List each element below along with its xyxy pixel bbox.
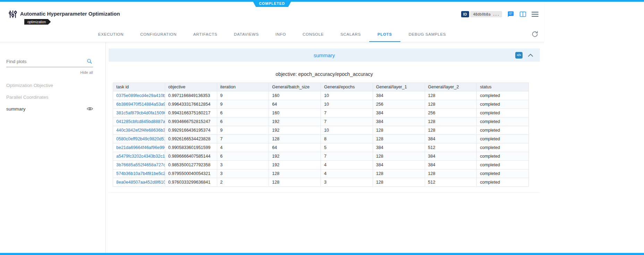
cell-objective: 0.9964333176612854 <box>165 100 217 109</box>
cell-general-layer-1: 128 <box>373 178 425 187</box>
search-icon[interactable] <box>86 58 92 65</box>
auto-refresh-icon[interactable] <box>531 30 539 39</box>
details-panel-icon[interactable] <box>519 11 526 17</box>
cell-iteration: 2 <box>217 178 269 187</box>
task-id-link[interactable]: a5479fc3202c4343b32c152 <box>113 152 165 161</box>
experiment-title: Automatic Hyperparameter Optimization <box>20 11 120 17</box>
cell-status: completed <box>477 109 529 117</box>
tab-artifacts[interactable]: ARTIFACTS <box>185 27 226 42</box>
cell-iteration: 6 <box>217 109 269 117</box>
task-id-link[interactable]: 3b76685a552f4658a727cdd <box>113 161 165 169</box>
cell-general-layer-1: 128 <box>373 169 425 178</box>
plot-list: Optimization ObjectiveParallel Coordinat… <box>6 79 93 115</box>
summary-panel-header: summary </> <box>109 49 540 62</box>
table-row: 6b3869470f514884a53a9110.996433317661285… <box>113 100 529 109</box>
sidebar-item-parallel-coordinates[interactable]: Parallel Coordinates <box>6 91 93 103</box>
cell-general-batch-size: 192 <box>269 117 321 126</box>
top-accent-strip <box>0 0 644 2</box>
cell-iteration: 9 <box>217 91 269 100</box>
column-header-general-epochs: General/epochs <box>321 83 373 91</box>
cell-iteration: 9 <box>217 126 269 135</box>
panel-title: summary <box>314 52 335 58</box>
cell-iteration: 9 <box>217 100 269 109</box>
tab-execution[interactable]: EXECUTION <box>90 27 132 42</box>
comment-icon[interactable] <box>507 11 514 18</box>
summary-table: task idobjectiveiterationGeneral/batch_s… <box>113 82 529 187</box>
column-header-general-layer-2: General/layer_2 <box>425 83 477 91</box>
cell-general-layer-2: 384 <box>425 152 477 161</box>
cell-general-epochs: 3 <box>321 178 373 187</box>
cell-status: completed <box>477 169 529 178</box>
sidebar-item-label: Optimization Objective <box>6 83 53 88</box>
cell-objective: 0.9926166534423828 <box>165 135 217 143</box>
tab-debug-samples[interactable]: DEBUG SAMPLES <box>400 27 455 42</box>
cell-objective: 0.9795500040054321 <box>165 169 217 178</box>
cell-status: completed <box>477 135 529 143</box>
cell-status: completed <box>477 143 529 152</box>
menu-icon[interactable] <box>532 11 539 17</box>
cell-status: completed <box>477 100 529 109</box>
cell-general-batch-size: 128 <box>269 169 321 178</box>
task-id-link[interactable]: 381c5af879cb4d0fa1509091 <box>113 109 165 117</box>
sidebar-item-label: Parallel Coordinates <box>6 95 49 100</box>
id-label: ID <box>461 11 469 17</box>
cell-iteration: 3 <box>217 161 269 169</box>
task-id-link[interactable]: 0580c0eff92b49c9820d5124 <box>113 135 165 143</box>
cell-status: completed <box>477 91 529 100</box>
sidebar-item-optimization-objective[interactable]: Optimization Objective <box>6 79 93 91</box>
tab-info[interactable]: INFO <box>267 27 294 42</box>
cell-status: completed <box>477 117 529 126</box>
cell-general-epochs: 7 <box>321 117 373 126</box>
cell-general-epochs: 10 <box>321 126 373 135</box>
task-id-link[interactable]: 041285cbfcd845bd8887aa0 <box>113 117 165 126</box>
hide-all-link[interactable]: Hide all <box>6 70 93 74</box>
task-id-link[interactable]: 574b36b10a7b4f81be5c25a <box>113 169 165 178</box>
table-row: be21da69664f46af96e99040.990583360195159… <box>113 143 529 152</box>
cell-general-batch-size: 160 <box>269 91 321 100</box>
cell-general-layer-2: 128 <box>425 100 477 109</box>
task-id-link[interactable]: be21da69664f46af96e9904 <box>113 143 165 152</box>
table-header-row: task idobjectiveiterationGeneral/batch_s… <box>113 83 529 91</box>
sidebar-item-summary[interactable]: summary <box>6 103 93 115</box>
table-row: 041285cbfcd845bd8887aa00.993466675281524… <box>113 117 529 126</box>
status-ribbon: COMPLETED <box>252 0 292 7</box>
app-window: COMPLETED Automatic Hyperparameter Optim… <box>0 0 544 255</box>
tab-scalars[interactable]: SCALARS <box>332 27 369 42</box>
table-row: 0580c0eff92b49c9820d51240.99261665344238… <box>113 135 529 143</box>
plot-search <box>6 58 93 67</box>
eye-icon[interactable] <box>87 106 93 111</box>
tab-dataviews[interactable]: DATAVIEWS <box>226 27 267 42</box>
bottom-accent-strip <box>0 253 644 255</box>
panel-header-icons: </> <box>515 52 540 59</box>
cell-general-layer-2: 128 <box>425 169 477 178</box>
cell-general-epochs: 10 <box>321 100 373 109</box>
header-actions: ID 48db0b8a ... <box>461 11 539 18</box>
cell-status: completed <box>477 126 529 135</box>
main-panel-area: summary </> objective: epoch_accuracy/ep… <box>106 42 544 255</box>
table-row: 0375e089fecd4e29a410bcf60.99711668491363… <box>113 91 529 100</box>
id-value[interactable]: 48db0b8a ... <box>470 11 502 17</box>
task-id-link[interactable]: 440c3842ef2f4fe68636b38f <box>113 126 165 135</box>
task-id-link[interactable]: 6b3869470f514884a53a911 <box>113 100 165 109</box>
cell-status: completed <box>477 178 529 187</box>
tab-configuration[interactable]: CONFIGURATION <box>132 27 185 42</box>
tab-console[interactable]: CONSOLE <box>294 27 332 42</box>
cell-general-layer-2: 512 <box>425 143 477 152</box>
cell-general-layer-2: 384 <box>425 135 477 143</box>
experiment-tag[interactable]: optimization <box>24 19 51 25</box>
tab-plots[interactable]: PLOTS <box>369 27 400 42</box>
cell-objective: 0.9896666407585144 <box>165 152 217 161</box>
cell-iteration: 7 <box>217 135 269 143</box>
cell-iteration: 6 <box>217 152 269 161</box>
cell-general-batch-size: 192 <box>269 126 321 135</box>
cell-general-layer-1: 128 <box>373 152 425 161</box>
sidebar-item-label: summary <box>6 106 26 112</box>
cell-general-layer-1: 384 <box>373 117 425 126</box>
task-id-link[interactable]: 0375e089fecd4e29a410bcf6 <box>113 91 165 100</box>
task-id-link[interactable]: 8ea0e48507aa452d8f610a5 <box>113 178 165 187</box>
chevron-up-icon[interactable] <box>528 54 533 57</box>
search-input[interactable] <box>6 59 83 64</box>
cell-general-epochs: 4 <box>321 169 373 178</box>
embed-code-icon[interactable]: </> <box>515 52 523 59</box>
table-row: 381c5af879cb4d0fa15090910.99431663751602… <box>113 109 529 117</box>
